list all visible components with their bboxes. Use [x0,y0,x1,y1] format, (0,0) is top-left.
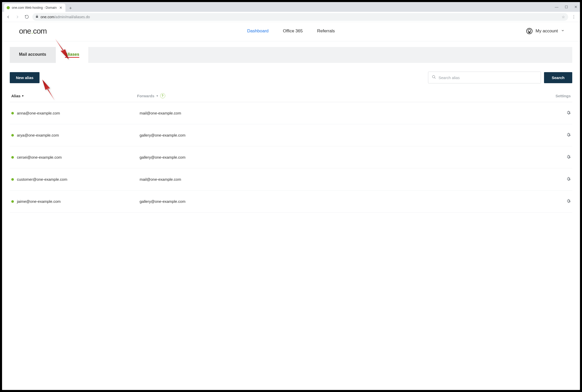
minimize-icon[interactable]: — [554,4,559,10]
cell-alias: arya@one-example.com [17,133,140,137]
page-scroll[interactable]: one.com Dashboard Office 365 Referrals M… [2,22,580,390]
status-dot-icon [11,112,14,114]
status-dot-icon [11,178,14,181]
window-controls: — ✕ [554,2,578,12]
alias-table-body: anna@one-example.commail@one-example.com… [10,102,572,213]
table-row: anna@one-example.commail@one-example.com [10,102,572,124]
cell-forwards: gallery@one-example.com [140,133,560,137]
browser-menu-icon[interactable]: ⋮ [570,14,577,19]
action-row: New alias Search [10,72,572,83]
status-dot-icon [11,156,14,159]
table-row: jaime@one-example.comgallery@one-example… [10,190,572,213]
search-input[interactable] [439,75,537,80]
help-icon[interactable]: ? [160,93,165,98]
chevron-down-icon: ▾ [22,94,24,98]
section-tabs: Mail accounts Aliases [10,47,572,63]
row-settings-button[interactable] [560,199,571,204]
browser-tab-strip: one.com Web hosting - Domain ✕ + — ✕ [2,2,580,12]
row-settings-button[interactable] [560,110,571,116]
new-alias-button[interactable]: New alias [10,72,40,83]
row-settings-button[interactable] [560,177,571,182]
table-row: customer@one-example.commail@one-example… [10,168,572,190]
browser-window: one.com Web hosting - Domain ✕ + — ✕ one… [2,2,580,390]
browser-tab[interactable]: one.com Web hosting - Domain ✕ [4,4,65,12]
url-field[interactable]: one.com/admin/mail/aliases.do ☆ [32,13,568,21]
cell-forwards: mail@one-example.com [140,111,560,115]
search-box [428,72,541,83]
forward-button[interactable] [14,13,21,21]
cell-forwards: gallery@one-example.com [140,199,560,204]
url-text: one.com/admin/mail/aliases.do [41,15,90,19]
search-button[interactable]: Search [544,72,572,83]
status-dot-icon [11,200,14,203]
main-nav: Dashboard Office 365 Referrals [247,28,335,34]
col-settings-header: Settings [545,94,571,98]
col-forwards-header[interactable]: Forwards ▾ ? [137,93,545,98]
row-settings-button[interactable] [560,132,571,138]
logo[interactable]: one.com [19,27,47,35]
col-alias-header[interactable]: Alias ▾ [11,94,137,98]
search-icon [432,75,436,80]
svg-point-0 [432,75,435,78]
close-window-icon[interactable]: ✕ [573,4,578,10]
cell-alias: customer@one-example.com [17,177,140,181]
chevron-down-icon [561,28,565,34]
close-tab-icon[interactable]: ✕ [59,6,63,10]
back-button[interactable] [5,13,12,21]
my-account-menu[interactable]: My account [526,28,565,34]
page-content: one.com Dashboard Office 365 Referrals M… [2,22,580,330]
address-bar: one.com/admin/mail/aliases.do ☆ ⋮ [2,12,580,22]
cell-forwards: gallery@one-example.com [140,155,560,159]
tab-mail-accounts[interactable]: Mail accounts [10,47,56,63]
tab-aliases[interactable]: Aliases [56,47,89,63]
table-row: arya@one-example.comgallery@one-example.… [10,124,572,146]
my-account-label: My account [536,28,558,34]
new-tab-button[interactable]: + [67,5,74,12]
status-dot-icon [11,134,14,137]
favicon-dot-icon [7,6,10,9]
bookmark-star-icon[interactable]: ☆ [562,15,565,19]
site-header: one.com Dashboard Office 365 Referrals M… [2,22,580,41]
browser-tab-title: one.com Web hosting - Domain [12,6,57,9]
nav-dashboard[interactable]: Dashboard [247,28,268,34]
table-header: Alias ▾ Forwards ▾ ? Settings [10,93,572,102]
cell-alias: jaime@one-example.com [17,199,140,204]
maximize-icon[interactable] [564,4,569,10]
nav-office365[interactable]: Office 365 [283,28,303,34]
chevron-down-icon: ▾ [157,94,158,98]
row-settings-button[interactable] [560,155,571,160]
nav-referrals[interactable]: Referrals [317,28,335,34]
reload-button[interactable] [23,13,30,21]
cell-alias: cersei@one-example.com [17,155,140,159]
lock-icon [35,15,38,19]
cell-forwards: mail@one-example.com [140,177,560,181]
cell-alias: anna@one-example.com [17,111,140,115]
table-row: cersei@one-example.comgallery@one-exampl… [10,146,572,168]
user-icon [526,28,532,34]
